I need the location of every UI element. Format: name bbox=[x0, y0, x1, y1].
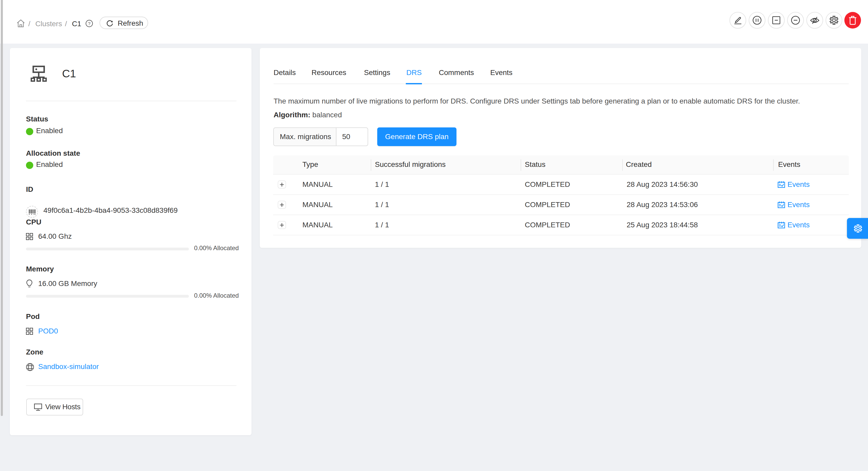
svg-text:?: ? bbox=[88, 21, 90, 26]
